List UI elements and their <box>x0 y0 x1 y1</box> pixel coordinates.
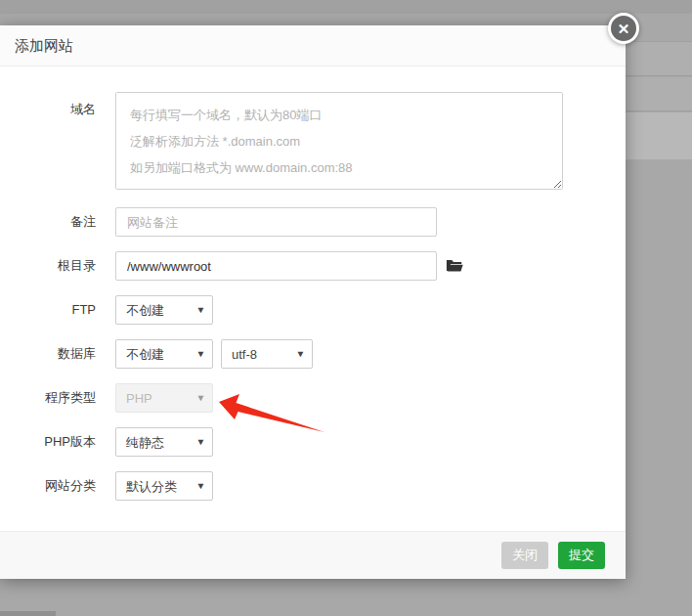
submit-button[interactable]: 提交 <box>558 542 605 569</box>
ftp-label: FTP <box>0 295 96 325</box>
form-row-ftp: FTP 不创建 ▼ <box>0 295 626 325</box>
program-type-select: PHP <box>115 383 213 413</box>
form-row-site-category: 网站分类 默认分类 ▼ <box>0 471 626 501</box>
program-type-label: 程序类型 <box>0 383 96 413</box>
modal-body: 域名 备注 根目录 FTP 不创建 ▼ <box>0 66 626 501</box>
background-header-strip <box>0 0 692 14</box>
form-row-root-dir: 根目录 <box>0 251 626 281</box>
database-label: 数据库 <box>0 339 96 369</box>
ftp-select-wrapper: 不创建 ▼ <box>115 295 213 325</box>
close-button[interactable]: ✕ <box>608 13 639 44</box>
modal-footer: 关闭 提交 <box>0 531 626 579</box>
modal-title: 添加网站 <box>15 37 73 54</box>
domain-label: 域名 <box>0 92 96 118</box>
php-version-select[interactable]: 纯静态 <box>115 427 213 457</box>
form-row-database: 数据库 不创建 ▼ utf-8 ▼ <box>0 339 626 369</box>
form-row-domain: 域名 <box>0 92 626 190</box>
folder-open-icon <box>446 258 463 273</box>
program-type-select-wrapper: PHP ▼ <box>115 383 213 413</box>
root-dir-label: 根目录 <box>0 251 96 281</box>
remark-label: 备注 <box>0 207 96 237</box>
root-dir-input[interactable] <box>115 251 437 281</box>
form-row-remark: 备注 <box>0 207 626 237</box>
remark-input[interactable] <box>115 207 437 237</box>
form-row-php-version: PHP版本 纯静态 ▼ <box>0 427 626 457</box>
modal-header: 添加网站 <box>0 25 626 66</box>
database-select[interactable]: 不创建 <box>115 339 213 369</box>
background-element <box>0 611 56 616</box>
form-row-program-type: 程序类型 PHP ▼ <box>0 383 626 413</box>
php-version-label: PHP版本 <box>0 427 96 457</box>
cancel-button[interactable]: 关闭 <box>501 542 548 569</box>
database-select-wrapper: 不创建 ▼ <box>115 339 213 369</box>
add-website-modal: ✕ 添加网站 域名 备注 根目录 FTP <box>0 25 626 579</box>
charset-select-wrapper: utf-8 ▼ <box>221 339 313 369</box>
php-version-select-wrapper: 纯静态 ▼ <box>115 427 213 457</box>
close-icon: ✕ <box>618 22 630 36</box>
ftp-select[interactable]: 不创建 <box>115 295 213 325</box>
site-category-select[interactable]: 默认分类 <box>115 471 213 501</box>
site-category-select-wrapper: 默认分类 ▼ <box>115 471 213 501</box>
site-category-label: 网站分类 <box>0 471 96 501</box>
domain-input[interactable] <box>115 92 563 190</box>
charset-select[interactable]: utf-8 <box>221 339 313 369</box>
browse-directory-button[interactable] <box>446 258 463 274</box>
